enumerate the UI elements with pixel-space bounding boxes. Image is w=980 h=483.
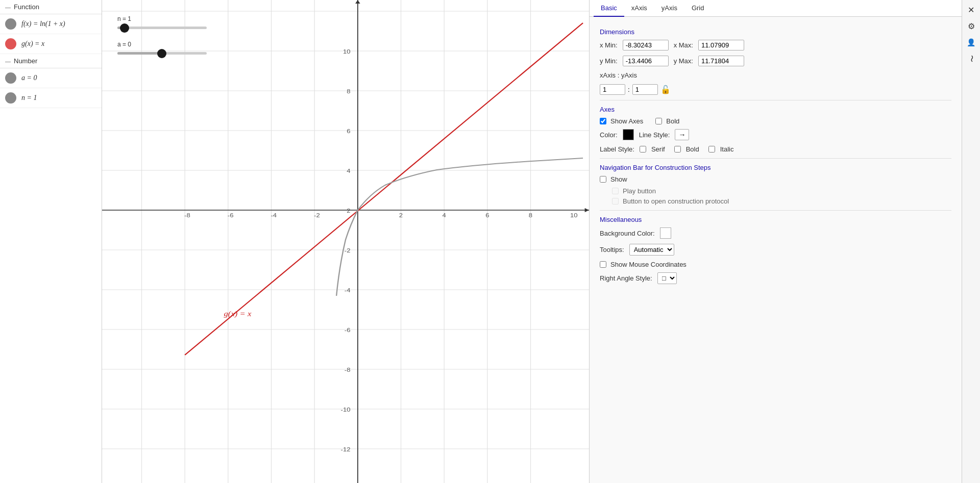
graph-svg[interactable]: -8 -6 -4 -2 2 4 6 8 10 10 8 6 4 2 -2 -4 …: [102, 0, 589, 483]
gear-button[interactable]: ⚙: [964, 18, 979, 34]
svg-text:-6: -6: [228, 212, 234, 219]
show-axes-checkbox[interactable]: [600, 118, 606, 124]
mouse-coords-checkbox[interactable]: [600, 261, 606, 268]
a-slider-thumb[interactable]: [157, 49, 166, 58]
gear-icon: ⚙: [968, 21, 975, 31]
bg-color-swatch[interactable]: [660, 227, 671, 239]
svg-text:-2: -2: [314, 212, 320, 219]
svg-marker-25: [355, 0, 360, 4]
mouse-coords-row: Show Mouse Coordinates: [600, 261, 951, 268]
svg-line-46: [185, 23, 583, 355]
wave-button[interactable]: 〜: [964, 51, 979, 66]
user-button[interactable]: 👤: [964, 35, 979, 50]
svg-text:-4: -4: [271, 212, 277, 219]
bg-color-row: Background Color:: [600, 227, 951, 239]
sidebar-item-a[interactable]: a = 0: [0, 68, 102, 88]
svg-text:2: 2: [399, 212, 403, 219]
svg-text:g(x) = x: g(x) = x: [224, 310, 252, 318]
number-section-header: — Number: [0, 54, 102, 68]
divider1: [600, 100, 951, 100]
xmin-input[interactable]: [623, 40, 669, 50]
n-slider-label: n = 1: [117, 15, 207, 22]
divider3: [600, 210, 951, 211]
nav-show-checkbox[interactable]: [600, 176, 606, 183]
tab-yaxis[interactable]: yAxis: [654, 0, 684, 17]
serif-checkbox[interactable]: [640, 146, 646, 152]
svg-text:-10: -10: [341, 406, 351, 413]
dimensions-row1: x Min: x Max:: [600, 40, 951, 50]
tooltips-select[interactable]: Automatic On Off: [629, 244, 674, 256]
close-icon: ✕: [968, 5, 974, 15]
color-label: Color:: [600, 131, 618, 139]
n-icon: [5, 92, 16, 104]
right-angle-row: Right Angle Style: □: [600, 272, 951, 284]
bg-color-label: Background Color:: [600, 230, 655, 237]
user-icon: 👤: [967, 38, 975, 46]
italic-label: Italic: [720, 145, 734, 153]
icon-strip: ✕ ⚙ 👤 〜: [962, 0, 980, 483]
wave-icon: 〜: [967, 55, 976, 62]
close-button[interactable]: ✕: [964, 2, 979, 17]
bold-label-checkbox[interactable]: [674, 146, 681, 152]
n-slider-thumb[interactable]: [120, 23, 129, 33]
a-slider-row: a = 0: [117, 41, 207, 58]
nav-show-row: Show: [600, 175, 951, 183]
italic-checkbox[interactable]: [708, 146, 715, 152]
right-angle-select[interactable]: □: [657, 272, 677, 284]
a-slider-label: a = 0: [117, 41, 207, 48]
fx-label: f(x) = ln(1 + x): [21, 20, 65, 28]
svg-text:-4: -4: [345, 287, 351, 294]
axes-title: Axes: [600, 106, 951, 113]
fx-icon: [5, 18, 16, 30]
xmin-label: x Min:: [600, 41, 618, 49]
xmax-input[interactable]: [698, 40, 744, 50]
serif-label: Serif: [651, 145, 665, 153]
svg-text:6: 6: [485, 212, 489, 219]
gx-icon: [5, 38, 16, 49]
svg-text:8: 8: [529, 212, 533, 219]
n-slider-track: [117, 27, 207, 29]
ratio-x-input[interactable]: [600, 84, 625, 95]
number-collapse-icon[interactable]: —: [5, 58, 11, 64]
sidebar-item-gx[interactable]: g(x) = x: [0, 34, 102, 54]
tab-xaxis[interactable]: xAxis: [624, 0, 654, 17]
nav-play-checkbox[interactable]: [612, 188, 619, 194]
axes-color-swatch[interactable]: [623, 129, 634, 140]
svg-text:-2: -2: [345, 247, 351, 254]
bold-label-label: Bold: [686, 145, 699, 153]
svg-text:6: 6: [347, 128, 351, 135]
ymin-input[interactable]: [623, 56, 669, 66]
line-style-selector[interactable]: →: [675, 129, 689, 140]
bold-axes-checkbox[interactable]: [655, 118, 662, 124]
a-slider-track-container[interactable]: [117, 49, 207, 58]
sidebar-item-fx[interactable]: f(x) = ln(1 + x): [0, 14, 102, 34]
graph-area[interactable]: n = 1 a = 0: [102, 0, 589, 483]
collapse-icon[interactable]: —: [5, 4, 11, 10]
svg-text:8: 8: [347, 88, 351, 95]
ymax-input[interactable]: [698, 56, 744, 66]
color-line-style-row: Color: Line Style: →: [600, 129, 951, 140]
lock-icon[interactable]: 🔓: [660, 85, 671, 94]
svg-text:-6: -6: [345, 327, 351, 334]
sliders-overlay: n = 1 a = 0: [117, 15, 207, 58]
tab-basic[interactable]: Basic: [594, 0, 624, 17]
mouse-coords-label: Show Mouse Coordinates: [610, 261, 687, 268]
show-axes-label: Show Axes: [610, 117, 643, 125]
function-section-header: — Function: [0, 0, 102, 14]
ymin-label: y Min:: [600, 57, 618, 65]
ratio-y-input[interactable]: [632, 84, 658, 95]
number-section-label: Number: [14, 57, 37, 65]
sidebar-item-n[interactable]: n = 1: [0, 88, 102, 108]
tabs-bar: Basic xAxis yAxis Grid: [590, 0, 962, 17]
nav-show-label: Show: [610, 175, 627, 183]
n-slider-track-container[interactable]: [117, 23, 207, 33]
label-style-row: Label Style: Serif Bold Italic: [600, 145, 951, 153]
panel-content: Dimensions x Min: x Max: y Min: y Max: x…: [590, 17, 962, 483]
label-style-label: Label Style:: [600, 145, 634, 153]
right-angle-label: Right Angle Style:: [600, 274, 652, 282]
nav-protocol-checkbox[interactable]: [612, 198, 619, 205]
function-section-label: Function: [14, 3, 39, 11]
ratio-inputs: : 🔓: [600, 84, 671, 95]
nav-protocol-row: Button to open construction protocol: [612, 197, 951, 205]
tab-grid[interactable]: Grid: [684, 0, 712, 17]
